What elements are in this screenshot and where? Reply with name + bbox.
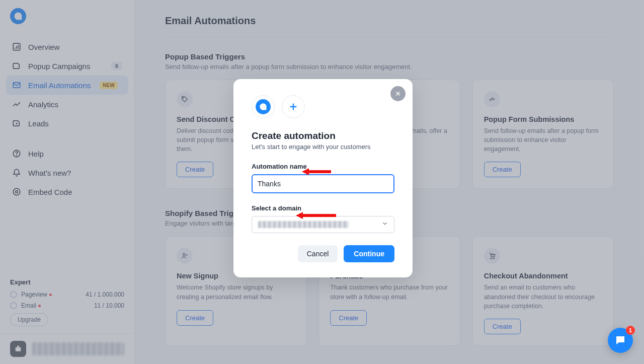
create-automation-modal: Create automation Let's start to engage … bbox=[233, 79, 413, 277]
modal-subtitle: Let's start to engage with your customer… bbox=[252, 143, 394, 151]
modal-app-icon bbox=[252, 95, 275, 118]
continue-button[interactable]: Continue bbox=[344, 245, 394, 262]
chevron-down-icon bbox=[381, 220, 388, 229]
modal-title: Create automation bbox=[252, 130, 394, 141]
chat-unread-badge: 1 bbox=[626, 326, 635, 335]
modal-actions: Cancel Continue bbox=[252, 245, 394, 262]
close-icon bbox=[394, 90, 401, 97]
modal-icon-row bbox=[252, 95, 394, 118]
chat-launcher[interactable]: 1 bbox=[608, 328, 633, 353]
svg-marker-12 bbox=[302, 168, 331, 175]
svg-marker-13 bbox=[296, 212, 336, 219]
chat-icon bbox=[614, 334, 626, 346]
annotation-arrow-icon bbox=[302, 167, 331, 176]
automation-name-input[interactable] bbox=[252, 174, 394, 193]
annotation-arrow-icon bbox=[296, 211, 336, 220]
domain-value-redacted bbox=[258, 221, 349, 228]
close-button[interactable] bbox=[390, 86, 406, 101]
plus-icon bbox=[282, 95, 305, 118]
cancel-button[interactable]: Cancel bbox=[298, 245, 338, 262]
